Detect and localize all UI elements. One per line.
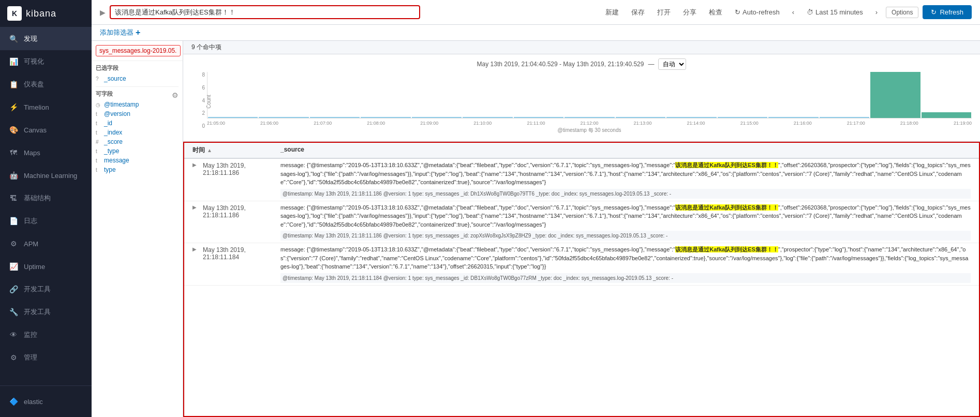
x-label: 21:18:00 bbox=[900, 121, 918, 126]
monitor-icon: 👁 bbox=[8, 330, 19, 340]
sidebar-item-label: Canvas bbox=[24, 126, 47, 134]
options-button[interactable]: Options bbox=[886, 7, 918, 18]
field-type-icon: # bbox=[96, 139, 102, 145]
field-name: _type bbox=[104, 147, 119, 155]
chart-y-axis: 8 6 4 2 0 bbox=[191, 72, 207, 139]
field-item-score[interactable]: # _score bbox=[96, 137, 179, 146]
row-expand-button[interactable]: ▶ bbox=[192, 204, 201, 213]
sidebar-item-visualize[interactable]: 📊 可视化 bbox=[0, 50, 92, 73]
col-time-header[interactable]: 时间 ▲ bbox=[192, 146, 280, 155]
y-label: 0 bbox=[202, 123, 205, 129]
field-item-index[interactable]: t _index bbox=[96, 128, 179, 137]
index-pattern-input[interactable] bbox=[96, 45, 181, 56]
sidebar-item-apm[interactable]: ⚙ APM bbox=[0, 232, 92, 255]
field-item-message[interactable]: t message bbox=[96, 156, 179, 165]
search-input[interactable] bbox=[110, 5, 420, 19]
sidebar-item-dashboard[interactable]: 📋 仪表盘 bbox=[0, 73, 92, 96]
sidebar-item-devtools[interactable]: 🔧 开发工具 bbox=[0, 301, 92, 323]
sidebar-item-label: 基础结构 bbox=[24, 193, 51, 203]
sidebar-item-uptime[interactable]: 📈 Uptime bbox=[0, 255, 92, 278]
sidebar-item-canvas[interactable]: 🎨 Canvas bbox=[0, 118, 92, 141]
row-expand-button[interactable]: ▶ bbox=[192, 246, 201, 255]
sidebar-item-label: 可视化 bbox=[24, 57, 44, 66]
sidebar-item-discover[interactable]: 🔍 发现 bbox=[0, 27, 92, 50]
chart-auto-select[interactable]: 自动 bbox=[658, 58, 686, 70]
row-time: May 13th 2019, 21:18:11.184 bbox=[203, 245, 280, 261]
chart-header: May 13th 2019, 21:04:40.529 - May 13th 2… bbox=[191, 58, 972, 70]
chart-bar bbox=[259, 117, 308, 118]
y-label: 2 bbox=[202, 110, 205, 116]
row-expand-button[interactable]: ▶ bbox=[192, 162, 201, 170]
y-label: 4 bbox=[202, 98, 205, 103]
sidebar-bottom: 🔷 elastic bbox=[0, 385, 92, 417]
left-panel: ▼ ⟳ 已选字段 ? _source 可字段 ⚙ ◷ @timestamp bbox=[92, 41, 183, 417]
elastic-icon: 🔷 bbox=[8, 396, 19, 407]
highlight-text: 该消息是通过Kafka队列到达ES集群！！ bbox=[675, 246, 778, 252]
sidebar-item-management[interactable]: ⚙ 管理 bbox=[0, 346, 92, 369]
sidebar-item-timelion[interactable]: ⚡ Timelion bbox=[0, 96, 92, 118]
field-type-icon: ◷ bbox=[96, 102, 102, 108]
field-item-timestamp[interactable]: ◷ @timestamp bbox=[96, 100, 179, 109]
x-label: 21:15:00 bbox=[740, 121, 759, 126]
field-name: _id bbox=[104, 120, 112, 127]
sidebar-item-maps[interactable]: 🗺 Maps bbox=[0, 141, 92, 164]
save-button[interactable]: 保存 bbox=[627, 6, 649, 19]
inspect-button[interactable]: 检查 bbox=[705, 6, 726, 19]
row-time: May 13th 2019, 21:18:11.186 bbox=[203, 161, 280, 176]
field-name: _index bbox=[104, 129, 122, 136]
nav-prev-button[interactable]: ‹ bbox=[788, 6, 798, 18]
chart-bar bbox=[718, 117, 767, 118]
sidebar-item-label: Timelion bbox=[24, 103, 49, 111]
field-name: @timestamp bbox=[104, 101, 139, 108]
main-content: ▶ 新建 保存 打开 分享 检查 ↻ Auto-refresh ‹ ⏱ Last… bbox=[92, 0, 980, 417]
sidebar-item-logs[interactable]: 📄 日志 bbox=[0, 210, 92, 232]
ml-icon: 🤖 bbox=[8, 170, 19, 181]
field-item-source[interactable]: ? _source bbox=[96, 74, 179, 83]
table-row-inner[interactable]: ▶ May 13th 2019, 21:18:11.186 message: {… bbox=[184, 159, 979, 201]
x-label: 21:12:00 bbox=[580, 121, 598, 126]
time-range-button[interactable]: ⏱ Last 15 minutes bbox=[803, 6, 867, 18]
chart-bar bbox=[820, 117, 869, 118]
sidebar-item-label: 发现 bbox=[24, 34, 37, 43]
chart-bar bbox=[310, 117, 360, 118]
canvas-icon: 🎨 bbox=[8, 125, 19, 135]
field-type-icon: t bbox=[96, 111, 102, 117]
refresh-button[interactable]: ↻ Refresh bbox=[923, 5, 972, 19]
field-item-type[interactable]: t _type bbox=[96, 146, 179, 156]
right-panel: 9 个命中项 May 13th 2019, 21:04:40.529 - May… bbox=[183, 41, 980, 417]
sidebar-item-ml[interactable]: 🤖 Machine Learning bbox=[0, 164, 92, 187]
chart-main: Count bbox=[207, 72, 972, 139]
chart-bar bbox=[565, 117, 614, 118]
open-button[interactable]: 打开 bbox=[653, 6, 675, 19]
row-source: message: {"@timestamp":"2019-05-13T13:18… bbox=[280, 203, 971, 241]
visualize-icon: 📊 bbox=[8, 56, 19, 67]
new-button[interactable]: 新建 bbox=[601, 6, 623, 19]
field-name: @version bbox=[104, 110, 130, 117]
share-button[interactable]: 分享 bbox=[679, 6, 701, 19]
fields-gear-icon[interactable]: ⚙ bbox=[172, 91, 179, 99]
sidebar-item-label: 开发工具 bbox=[24, 307, 51, 317]
add-filter-button[interactable]: 添加筛选器 + bbox=[100, 28, 140, 37]
sidebar-item-graph[interactable]: 🔗 开发工具 bbox=[0, 278, 92, 301]
chart-bar bbox=[514, 117, 563, 118]
table-row-inner[interactable]: ▶ May 13th 2019, 21:18:11.186 message: {… bbox=[184, 201, 979, 243]
sidebar-item-label: Maps bbox=[24, 149, 40, 157]
sidebar-item-monitor[interactable]: 👁 监控 bbox=[0, 323, 92, 346]
field-name: _source bbox=[104, 75, 126, 82]
x-label: 21:07:00 bbox=[314, 121, 332, 126]
x-label: 21:10:00 bbox=[473, 121, 492, 126]
expand-icon[interactable]: ▶ bbox=[100, 8, 106, 17]
field-item-version[interactable]: t @version bbox=[96, 109, 179, 118]
table-row: ▶ May 13th 2019, 21:18:11.186 message: {… bbox=[184, 201, 979, 244]
sidebar-item-label: 监控 bbox=[24, 330, 37, 339]
sidebar-item-elastic[interactable]: 🔷 elastic bbox=[0, 390, 92, 413]
sidebar-item-infra[interactable]: 🏗 基础结构 bbox=[0, 187, 92, 210]
sidebar-item-label: 日志 bbox=[24, 216, 37, 226]
auto-refresh-button[interactable]: ↻ Auto-refresh bbox=[731, 6, 784, 18]
field-item-typefield[interactable]: t type bbox=[96, 165, 179, 174]
content-area: ▼ ⟳ 已选字段 ? _source 可字段 ⚙ ◷ @timestamp bbox=[92, 41, 980, 417]
available-fields-title: 可字段 bbox=[96, 90, 113, 98]
field-item-id[interactable]: t _id bbox=[96, 118, 179, 128]
nav-next-button[interactable]: › bbox=[871, 6, 882, 18]
table-row-inner[interactable]: ▶ May 13th 2019, 21:18:11.184 message: {… bbox=[184, 243, 979, 285]
